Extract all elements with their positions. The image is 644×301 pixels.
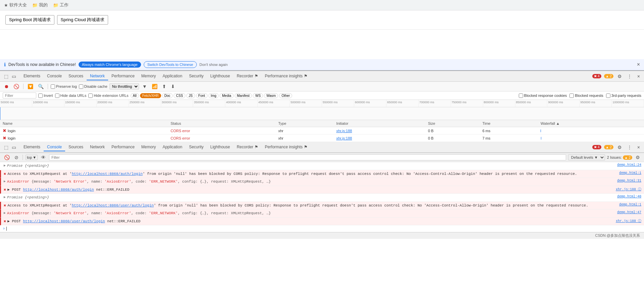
close-button-bottom[interactable]: × <box>636 144 641 151</box>
message-source-4[interactable]: xhr.js:188 ⓘ <box>616 187 641 192</box>
blocked-response-input[interactable] <box>519 93 523 98</box>
tab-performance-bottom[interactable]: Performance <box>108 143 138 151</box>
expand-icon-5[interactable]: ▶ <box>4 195 6 199</box>
col-initiator[interactable]: Initiator <box>333 120 425 127</box>
devtools-inspect-icon-2[interactable]: ⬚ <box>3 144 10 151</box>
close-button-top[interactable]: × <box>636 73 641 80</box>
type-js[interactable]: JS <box>186 93 195 98</box>
tab-lighthouse-top[interactable]: Lighthouse <box>207 72 233 80</box>
col-size[interactable]: Size <box>425 120 480 127</box>
console-stop-button[interactable]: ⊘ <box>13 154 20 161</box>
third-party-input[interactable] <box>606 93 610 98</box>
type-fetch-xhr[interactable]: Fetch/XHR <box>140 93 161 98</box>
type-manifest[interactable]: Manifest <box>235 93 252 98</box>
switch-devtools-button[interactable]: Switch DevTools to Chinese <box>144 61 197 68</box>
message-source-3[interactable]: demp.html:31 <box>617 179 641 183</box>
top-selector[interactable]: top ▼ <box>26 155 38 160</box>
col-time[interactable]: Time <box>480 120 538 127</box>
clear-button[interactable]: 🚫 <box>12 83 20 90</box>
console-eye-button[interactable]: 👁 <box>40 154 47 161</box>
type-css[interactable]: CSS <box>174 93 185 98</box>
devtools-inspect-icon[interactable]: ⬚ <box>3 73 10 80</box>
tab-perf-insights-top[interactable]: Performance insights ⚑ <box>262 72 311 80</box>
devtools-device-icon[interactable]: ▭ <box>10 73 17 80</box>
match-language-button[interactable]: Always match Chrome's language <box>79 62 141 68</box>
message-source-1[interactable]: demp.html:24 <box>617 163 641 167</box>
message-source-7[interactable]: demp.html:47 <box>617 211 641 214</box>
table-row[interactable]: ✖ login CORS error xhr xhr.js:188 0 B 6 … <box>0 127 644 135</box>
tab-console-bottom[interactable]: Console <box>44 143 65 151</box>
preserve-log-checkbox[interactable]: Preserve log <box>51 84 77 89</box>
invert-input[interactable] <box>38 93 43 98</box>
dont-show-again-link[interactable]: Don't show again <box>199 63 228 67</box>
blocked-requests-input[interactable] <box>569 93 574 98</box>
nav-item-mine[interactable]: 📁 我的 <box>32 2 48 8</box>
tab-performance-top[interactable]: Performance <box>108 72 138 80</box>
wifi-icon[interactable]: 📶 <box>150 83 159 90</box>
console-clear-button[interactable]: 🚫 <box>3 154 11 161</box>
spring-cloud-button[interactable]: Spring Cloud 跨域请求 <box>57 15 108 25</box>
tab-lighthouse-bottom[interactable]: Lighthouse <box>207 143 233 151</box>
type-all[interactable]: All <box>131 93 139 98</box>
cell-initiator-1[interactable]: xhr.js:188 <box>333 127 425 135</box>
post-link-1[interactable]: http://localhost:8868/auth/login <box>23 188 94 192</box>
type-media[interactable]: Media <box>220 93 233 98</box>
disable-cache-input[interactable] <box>79 84 83 89</box>
hide-ext-urls-checkbox[interactable]: Hide extension URLs <box>88 93 128 98</box>
expand-icon-3[interactable]: ▶ <box>4 179 6 183</box>
nav-item-software[interactable]: ★ 软件大全 <box>4 2 27 8</box>
type-wasm[interactable]: Wasm <box>264 93 278 98</box>
tab-network-top[interactable]: Network <box>87 72 108 80</box>
spring-boot-button[interactable]: Spring Boot 跨域请求 <box>5 15 54 25</box>
settings-button-bottom[interactable]: ⚙ <box>616 144 623 151</box>
filter-input[interactable] <box>3 92 36 99</box>
filter-button[interactable]: 🔽 <box>26 83 35 90</box>
throttling-down-icon[interactable]: ▼ <box>141 83 148 90</box>
prompt-cursor[interactable] <box>6 227 7 231</box>
notification-close-button[interactable]: × <box>637 62 640 68</box>
expand-icon-1[interactable]: ▶ <box>4 163 6 167</box>
hide-ext-urls-input[interactable] <box>88 93 93 98</box>
console-settings-button[interactable]: ⚙ <box>634 154 641 161</box>
cors-link-2[interactable]: http://localhost:8860/user/auth/login <box>72 203 154 208</box>
tab-console-top[interactable]: Console <box>44 72 65 80</box>
throttling-select[interactable]: No throttling <box>109 83 139 89</box>
type-font[interactable]: Font <box>196 93 208 98</box>
console-levels-select[interactable]: Default levels ▼ <box>568 154 605 160</box>
search-button[interactable]: 🔍 <box>37 83 45 90</box>
message-source-2[interactable]: demp.html:1 <box>619 171 641 175</box>
tab-application-bottom[interactable]: Application <box>159 143 186 151</box>
disable-cache-checkbox[interactable]: Disable cache <box>79 84 107 89</box>
devtools-device-icon-2[interactable]: ▭ <box>10 144 17 151</box>
tab-memory-bottom[interactable]: Memory <box>138 143 159 151</box>
third-party-checkbox[interactable]: 3rd-party requests <box>606 93 641 98</box>
type-img[interactable]: Img <box>209 93 219 98</box>
tab-elements-bottom[interactable]: Elements <box>20 143 44 151</box>
col-type[interactable]: Type <box>276 120 334 127</box>
expand-icon-7[interactable]: ▶ <box>4 211 6 215</box>
type-doc[interactable]: Doc <box>162 93 173 98</box>
message-source-5[interactable]: demp.html:40 <box>617 195 641 198</box>
tab-recorder-bottom[interactable]: Recorder ⚑ <box>233 143 262 151</box>
col-name[interactable]: Name <box>0 120 168 127</box>
export-har-button[interactable]: ⬇ <box>170 83 176 90</box>
cell-initiator-2[interactable]: xhr.js:188 <box>333 135 425 142</box>
post-link-2[interactable]: http://localhost:8860/user/auth/login <box>23 219 105 223</box>
tab-security-top[interactable]: Security <box>186 72 207 80</box>
blocked-requests-checkbox[interactable]: Blocked requests <box>569 93 603 98</box>
type-ws[interactable]: WS <box>253 93 263 98</box>
preserve-log-input[interactable] <box>51 84 55 89</box>
more-button-bottom[interactable]: ⋮ <box>626 144 633 151</box>
type-other[interactable]: Other <box>279 93 292 98</box>
tab-elements-top[interactable]: Elements <box>20 72 44 80</box>
settings-button-top[interactable]: ⚙ <box>616 73 623 80</box>
message-source-8[interactable]: xhr.js:188 ⓘ <box>616 219 641 223</box>
console-filter-input[interactable] <box>49 154 566 160</box>
col-waterfall[interactable]: Waterfall ▲ <box>538 120 644 127</box>
tab-network-bottom[interactable]: Network <box>87 143 108 151</box>
tab-perf-insights-bottom[interactable]: Performance insights ⚑ <box>262 143 311 151</box>
table-row[interactable]: ✖ login CORS error xhr xhr.js:188 0 B 7 … <box>0 135 644 142</box>
cors-link-1[interactable]: http://localhost:8868/auth/login <box>72 172 143 176</box>
tab-sources-bottom[interactable]: Sources <box>65 143 87 151</box>
blocked-response-checkbox[interactable]: Blocked response cookies <box>519 93 567 98</box>
